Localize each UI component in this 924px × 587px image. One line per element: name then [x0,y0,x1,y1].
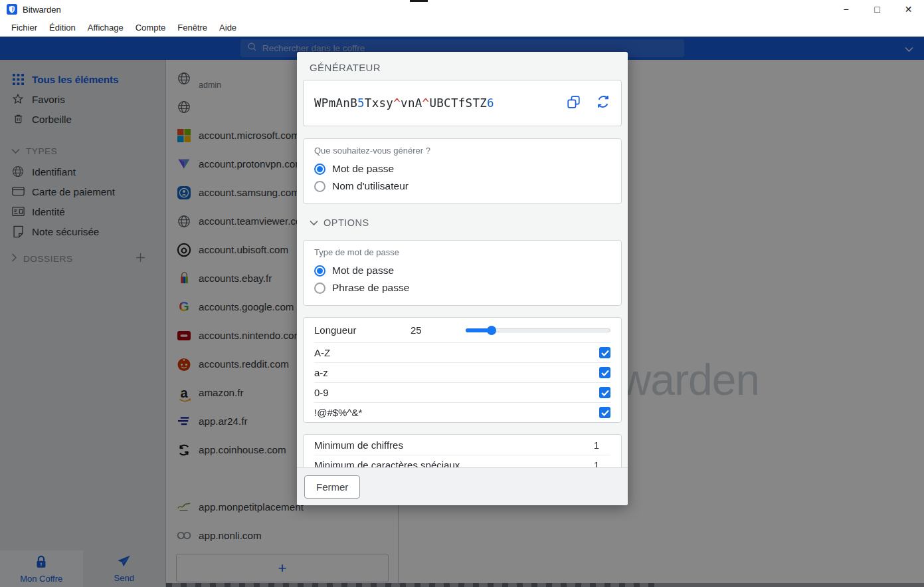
radio-icon [314,283,325,294]
menu-affichage[interactable]: Affichage [82,19,130,36]
generator-title: GÉNÉRATEUR [297,52,628,79]
checkbox-checked-icon[interactable] [599,347,610,358]
charset-row: a-z [314,362,610,382]
window-titlebar: Bitwarden −□✕ [0,0,924,19]
window-controls: −□✕ [830,0,924,19]
password-type-radio-phrase-de-passe[interactable]: Phrase de passe [314,279,610,296]
length-label: Longueur [314,324,411,336]
minimum-row: Minimum de chiffres1 [314,435,610,455]
generate-radio-mot-de-passe[interactable]: Mot de passe [314,160,610,177]
regenerate-password-icon[interactable] [596,94,610,112]
what-to-generate-group: Que souhaitez-vous générer ? Mot de pass… [303,138,622,204]
menu-édition[interactable]: Édition [43,19,82,36]
menu-aide[interactable]: Aide [213,19,242,36]
checkbox-checked-icon[interactable] [599,407,610,418]
modal-footer: Fermer [297,467,628,505]
length-row: Longueur 25 [314,318,610,342]
options-toggle[interactable]: OPTIONS [310,217,628,228]
charset-row: !@#$%^&* [314,402,610,422]
minimize-button[interactable]: − [830,0,862,19]
charset-row: 0-9 [314,382,610,402]
window-title: Bitwarden [23,5,61,15]
password-type-radio-mot-de-passe[interactable]: Mot de passe [314,262,610,279]
generator-modal: GÉNÉRATEUR WPmAnB5Txsy^vnA^UBCTfSTZ6 Que… [297,52,628,505]
copy-password-icon[interactable] [567,95,581,112]
window-top-edge [410,0,428,2]
generate-radio-nom-d-utilisateur[interactable]: Nom d'utilisateur [314,177,610,195]
length-slider[interactable] [466,326,610,335]
radio-icon [314,265,325,277]
menu-compte[interactable]: Compte [130,19,172,36]
password-type-group: Type de mot de passe Mot de passePhrase … [303,240,622,306]
length-and-charsets-box: Longueur 25 A-Za-z0-9!@#$%^&* [303,317,622,423]
charset-row: A-Z [314,342,610,362]
menu-fenêtre[interactable]: Fenêtre [171,19,213,36]
close-button[interactable]: ✕ [893,0,924,19]
password-type-label: Type de mot de passe [314,247,610,257]
menu-fichier[interactable]: Fichier [5,19,43,36]
generated-password[interactable]: WPmAnB5Txsy^vnA^UBCTfSTZ6 [314,96,567,110]
bitwarden-logo-icon [7,4,17,15]
chevron-down-icon [310,217,318,228]
radio-icon [314,181,325,192]
menu-bar: FichierÉditionAffichageCompteFenêtreAide [0,19,924,37]
checkbox-checked-icon[interactable] [599,387,610,398]
close-button[interactable]: Fermer [304,475,360,499]
what-to-generate-label: Que souhaitez-vous générer ? [314,146,610,156]
minimum-value[interactable]: 1 [594,439,599,451]
radio-icon [314,164,325,175]
checkbox-checked-icon[interactable] [599,367,610,378]
length-value: 25 [411,324,457,336]
maximize-button[interactable]: □ [862,0,893,19]
generated-password-field[interactable]: WPmAnB5Txsy^vnA^UBCTfSTZ6 [303,80,622,126]
